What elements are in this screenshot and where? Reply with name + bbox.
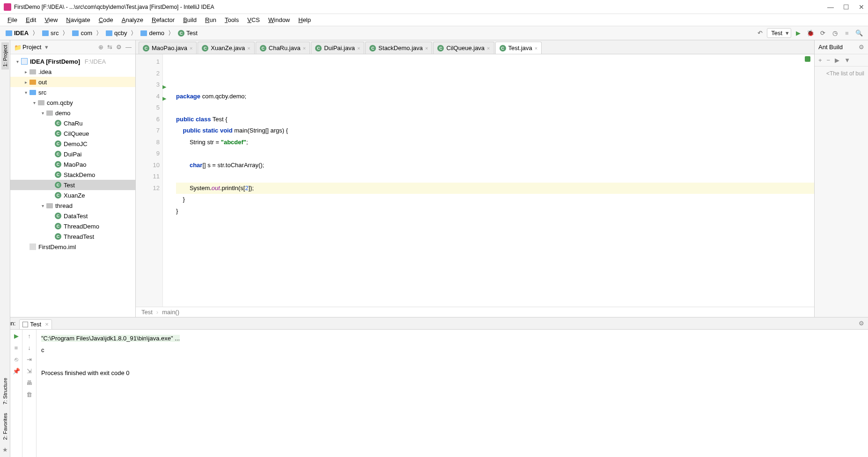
menu-vcs[interactable]: VCS	[243, 15, 264, 25]
menu-tools[interactable]: Tools	[221, 15, 243, 25]
wrap-icon[interactable]: ⇥	[27, 356, 32, 363]
tree-item-idea-firstdemo-[interactable]: ▾IDEA [FirstDemo] F:\IDEA	[10, 56, 135, 66]
close-button[interactable]: ✕	[859, 3, 864, 11]
code-line-7[interactable]: char[] s = str.toCharArray();	[176, 160, 814, 171]
code-line-1[interactable]: package com.qcby.demo;	[176, 91, 814, 103]
tree-item-threaddemo[interactable]: ThreadDemo	[10, 221, 135, 231]
stop-icon[interactable]: ■	[15, 344, 18, 351]
tree-item-datatest[interactable]: DataTest	[10, 211, 135, 221]
ant-add-icon[interactable]: +	[818, 57, 822, 64]
maximize-button[interactable]: ☐	[843, 3, 849, 11]
run-config-dropdown[interactable]: Test	[767, 28, 791, 38]
menu-code[interactable]: Code	[95, 15, 117, 25]
coverage-button[interactable]: ⟳	[817, 28, 828, 38]
menu-edit[interactable]: Edit	[22, 15, 40, 25]
crumb-method[interactable]: main()	[162, 309, 179, 316]
tree-item-cilqueue[interactable]: CilQueue	[10, 128, 135, 139]
code-line-6[interactable]	[176, 148, 814, 160]
run-tab[interactable]: Test ×	[19, 319, 51, 330]
menu-build[interactable]: Build	[179, 15, 200, 25]
tab-test-java[interactable]: Test.java×	[495, 42, 542, 54]
code-line-2[interactable]	[176, 102, 814, 114]
code-content[interactable]: package com.qcby.demo; public class Test…	[172, 54, 814, 307]
menu-help[interactable]: Help	[294, 15, 315, 25]
tab-close-icon[interactable]: ×	[190, 45, 192, 51]
tree-item-com-qcby[interactable]: ▾com.qcby	[10, 97, 135, 108]
trash-icon[interactable]: 🗑	[26, 391, 32, 398]
code-line-3[interactable]: public class Test {	[176, 114, 814, 125]
tree-item-threadtest[interactable]: ThreadTest	[10, 231, 135, 242]
project-tool-tab[interactable]: 1: Project	[1, 42, 9, 69]
collapse-icon[interactable]: —	[125, 44, 132, 51]
code-line-8[interactable]	[176, 171, 814, 183]
search-everywhere-icon[interactable]: 🔍	[854, 28, 864, 38]
back-icon[interactable]: ↶	[755, 28, 765, 38]
code-line-11[interactable]: }	[176, 206, 814, 217]
ant-run-icon[interactable]: ▶	[835, 57, 839, 64]
run-button[interactable]: ▶	[793, 28, 803, 38]
breadcrumb-idea[interactable]: IDEA	[4, 29, 30, 37]
menu-refactor[interactable]: Refactor	[148, 15, 178, 25]
exit-icon[interactable]: ⎋	[15, 356, 18, 363]
code-line-4[interactable]: public static void main(String[] args) {	[176, 125, 814, 137]
locate-icon[interactable]: ⊕	[98, 44, 103, 51]
menu-run[interactable]: Run	[201, 15, 220, 25]
menu-navigate[interactable]: Navigate	[62, 15, 94, 25]
breadcrumb-demo[interactable]: demo	[139, 29, 166, 37]
tab-xuanze-java[interactable]: XuanZe.java×	[198, 42, 254, 54]
project-tree[interactable]: ▾IDEA [FirstDemo] F:\IDEA▸.idea▸out▾src▾…	[10, 54, 135, 317]
run-tab-close-icon[interactable]: ×	[45, 321, 49, 328]
minimize-button[interactable]: —	[827, 3, 834, 11]
tab-charu-java[interactable]: ChaRu.java×	[256, 42, 310, 54]
tab-close-icon[interactable]: ×	[357, 45, 360, 51]
breadcrumb-qcby[interactable]: qcby	[104, 29, 129, 37]
tab-close-icon[interactable]: ×	[425, 45, 428, 51]
profile-button[interactable]: ◷	[830, 28, 840, 38]
inspection-status-icon[interactable]	[805, 56, 810, 62]
gutter-run-icon[interactable]: ▶	[162, 93, 166, 104]
tree-item--idea[interactable]: ▸.idea	[10, 66, 135, 77]
tree-item-charu[interactable]: ChaRu	[10, 118, 135, 128]
ant-remove-icon[interactable]: −	[827, 57, 831, 64]
tab-close-icon[interactable]: ×	[303, 45, 306, 51]
breadcrumb-test[interactable]: Test	[176, 29, 199, 37]
breadcrumb-src[interactable]: src	[40, 29, 60, 37]
run-settings-icon[interactable]: ⚙	[859, 320, 864, 327]
tree-item-demo[interactable]: ▾demo	[10, 108, 135, 118]
up-icon[interactable]: ↑	[28, 332, 31, 339]
code-line-5[interactable]: String str = "abcdef";	[176, 137, 814, 148]
console-output[interactable]: "C:\Program Files\Java\jdk1.8.0_91\bin\j…	[37, 330, 868, 457]
tab-close-icon[interactable]: ×	[535, 45, 537, 51]
down-icon[interactable]: ↓	[28, 344, 31, 351]
tab-maopao-java[interactable]: MaoPao.java×	[139, 42, 197, 54]
code-editor[interactable]: 123▶4▶56789101112 package com.qcby.demo;…	[136, 54, 814, 307]
code-line-9[interactable]: System.out.println(s[2]);	[176, 183, 814, 194]
tab-close-icon[interactable]: ×	[487, 45, 490, 51]
crumb-class[interactable]: Test	[141, 309, 153, 316]
settings-icon[interactable]: ⚙	[116, 44, 122, 51]
rerun-icon[interactable]: ▶	[14, 332, 19, 339]
stop-button[interactable]: ■	[842, 28, 852, 38]
tree-item-demojc[interactable]: DemoJC	[10, 139, 135, 149]
tab-duipai-java[interactable]: DuiPai.java×	[311, 42, 364, 54]
tree-item-thread[interactable]: ▾thread	[10, 200, 135, 211]
menu-window[interactable]: Window	[265, 15, 294, 25]
tree-item-stackdemo[interactable]: StackDemo	[10, 170, 135, 180]
tab-close-icon[interactable]: ×	[247, 45, 250, 51]
print-icon[interactable]: 🖶	[26, 379, 32, 386]
project-panel-title[interactable]: 📁 Project	[14, 44, 98, 51]
tree-item-out[interactable]: ▸out	[10, 77, 135, 87]
menu-analyze[interactable]: Analyze	[118, 15, 147, 25]
gutter-run-icon[interactable]: ▶	[162, 81, 166, 93]
breadcrumb-com[interactable]: com	[70, 29, 94, 37]
ant-settings-icon[interactable]: ⚙	[859, 44, 864, 51]
tree-item-xuanze[interactable]: XuanZe	[10, 190, 135, 200]
tree-item-duipai[interactable]: DuiPai	[10, 149, 135, 159]
tab-cilqueue-java[interactable]: CilQueue.java×	[433, 42, 494, 54]
code-line-12[interactable]	[176, 217, 814, 228]
structure-tool-tab[interactable]: 7: Structure	[1, 376, 9, 406]
tab-stackdemo-java[interactable]: StackDemo.java×	[365, 42, 432, 54]
ant-filter-icon[interactable]: ▼	[844, 57, 850, 64]
star-icon[interactable]: ★	[2, 446, 8, 453]
favorites-tool-tab[interactable]: 2: Favorites	[1, 411, 9, 442]
